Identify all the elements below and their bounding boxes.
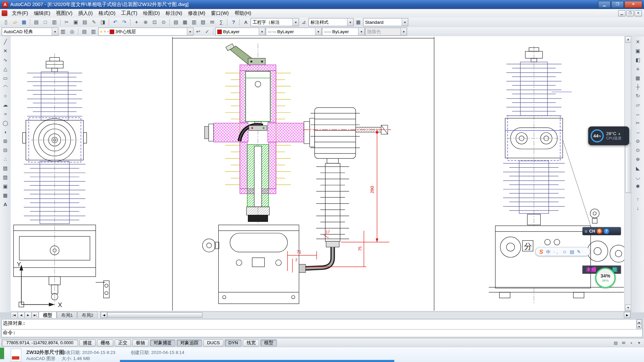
cut-icon[interactable]: ✂	[62, 18, 71, 26]
redo-icon[interactable]: ↷	[120, 18, 129, 26]
copy-icon[interactable]: ▣	[71, 18, 80, 26]
insert-block-icon[interactable]: ⊞	[1, 137, 10, 145]
status-menu-arrow-icon[interactable]: ▾	[636, 340, 643, 346]
properties-icon[interactable]: ▤	[172, 18, 180, 26]
annotation-scale-icon[interactable]: ▤	[612, 340, 619, 346]
text-style-combo[interactable]: 工程字（标注 ▼	[251, 18, 299, 26]
menu-format[interactable]: 格式(O)	[96, 9, 118, 17]
chevron-down-icon[interactable]: ▼	[292, 18, 299, 26]
layer-previous-icon[interactable]: ↩	[194, 27, 203, 36]
chevron-down-icon[interactable]: ▼	[259, 28, 265, 35]
ime-language-indicator[interactable]: CH	[589, 229, 595, 233]
child-minimize-button[interactable]: ▁	[618, 10, 626, 16]
polygon-icon[interactable]: △	[1, 64, 10, 73]
trim-icon[interactable]: ✂	[634, 119, 642, 127]
first-layout-button[interactable]: |◀	[11, 312, 18, 319]
zoom-window-icon[interactable]: ⊡	[150, 18, 159, 26]
toggle-grid[interactable]: 栅格	[97, 339, 113, 346]
chevron-down-icon[interactable]: ▼	[402, 18, 408, 26]
maximize-button[interactable]: ❐	[611, 1, 624, 8]
child-restore-button[interactable]: ❐	[626, 10, 634, 16]
workspace-save-icon[interactable]: ▥	[59, 27, 67, 36]
keyboard-icon[interactable]: ▤	[570, 249, 574, 254]
layer-states-icon[interactable]: ▥	[89, 27, 98, 36]
chinese-mode-icon[interactable]: 中	[546, 248, 550, 254]
scroll-up-icon[interactable]: ▲	[625, 36, 631, 43]
layer-combo[interactable]: ● ☀ ▪ 3中心线层 ▼	[98, 27, 194, 36]
toggle-ortho[interactable]: 正交	[115, 339, 131, 346]
extend-icon[interactable]: →	[634, 128, 642, 136]
gradient-icon[interactable]: ▧	[1, 173, 10, 182]
menu-dimension[interactable]: 标注(N)	[163, 9, 185, 17]
make-layer-current-icon[interactable]: ✓	[203, 27, 212, 36]
menu-tools[interactable]: 工具(T)	[118, 9, 140, 17]
vertical-scrollbar[interactable]: ▲ ▼	[624, 36, 631, 311]
publish-icon[interactable]: ▥	[50, 18, 59, 26]
markup-icon[interactable]: ✉	[208, 18, 217, 26]
table-style-combo[interactable]: Standard ▼	[363, 18, 408, 26]
tool-palettes-icon[interactable]: ▥	[190, 18, 199, 26]
help-icon[interactable]: ?	[229, 18, 238, 26]
close-button[interactable]: ✕	[624, 1, 642, 8]
chevron-down-icon[interactable]: ▼	[52, 28, 58, 35]
workspace-settings-icon[interactable]: ◎	[68, 27, 76, 36]
make-block-icon[interactable]: ⊟	[1, 146, 10, 155]
ellipse-arc-icon[interactable]: ◖	[1, 128, 10, 136]
circle-icon[interactable]: ○	[1, 92, 10, 100]
drawing-canvas[interactable]: Y X	[11, 36, 624, 311]
mirror-icon[interactable]: ◧	[634, 55, 642, 64]
command-prompt-line[interactable]: 命令:	[3, 329, 16, 336]
sogou-logo-icon[interactable]: S	[539, 248, 543, 255]
layer-on-bulb-icon[interactable]: ●	[100, 29, 103, 34]
zoom-previous-icon[interactable]: ⊙	[159, 18, 168, 26]
ellipse-icon[interactable]: ◯	[1, 119, 10, 127]
minimize-button[interactable]: ▁	[598, 1, 611, 8]
menu-window[interactable]: 窗口(W)	[208, 9, 231, 17]
cpu-monitor-widget[interactable]: 44% 28°C ▲ CPU温度	[588, 126, 629, 145]
horizontal-scrollbar[interactable]: ◀ ▶	[100, 311, 631, 318]
menu-file[interactable]: 文件(F)	[9, 9, 31, 17]
communication-center-icon[interactable]: ✉	[620, 340, 627, 346]
text-style-manager-icon[interactable]: A	[241, 18, 250, 26]
menu-insert[interactable]: 插入(I)	[75, 9, 95, 17]
block-editor-icon[interactable]: ◨	[99, 18, 107, 26]
stretch-icon[interactable]: ↔	[634, 110, 642, 118]
offset-icon[interactable]: ≡	[634, 64, 642, 73]
ime-language-bar[interactable]: ▦ CH S ?	[582, 227, 621, 235]
break-at-point-icon[interactable]: ⊘	[634, 137, 642, 145]
workspace-combo[interactable]: AutoCAD 经典 ▼	[2, 27, 58, 36]
sogou-icon[interactable]: S	[597, 228, 602, 234]
move-icon[interactable]: ┼	[634, 82, 642, 91]
toggle-osnap[interactable]: 对象捕捉	[150, 339, 175, 346]
quickcalc-icon[interactable]: ∑	[217, 18, 226, 26]
linetype-combo[interactable]: —·— ByLayer ▼	[266, 27, 322, 36]
table-icon[interactable]: ▦	[1, 191, 10, 199]
save-icon[interactable]: ▦	[20, 18, 29, 26]
draworder-front-icon[interactable]: ↑	[634, 194, 642, 203]
menu-draw[interactable]: 绘图(D)	[140, 9, 163, 17]
lineweight-combo[interactable]: —— ByLayer ▼	[322, 27, 365, 36]
paste-icon[interactable]: ▤	[80, 18, 89, 26]
zoom-realtime-icon[interactable]: ⊕	[141, 18, 150, 26]
layer-properties-icon[interactable]: ▤	[80, 27, 89, 36]
child-close-button[interactable]: ✕	[635, 10, 642, 16]
toggle-polar[interactable]: 极轴	[132, 339, 149, 346]
scroll-right-icon[interactable]: ▶	[624, 312, 631, 318]
command-window[interactable]: 选择对象: 命令: ▲ ▼	[0, 318, 644, 338]
horizontal-scroll-thumb[interactable]	[107, 312, 203, 318]
arc-icon[interactable]: ◠	[1, 82, 10, 91]
network-speed-widget[interactable]: 34% 0K/s	[595, 267, 615, 288]
construction-line-icon[interactable]: ✕	[1, 46, 10, 55]
punctuation-icon[interactable]: ·，	[553, 248, 559, 254]
chevron-down-icon[interactable]: ▼	[187, 28, 193, 35]
dwg-document-icon[interactable]	[2, 10, 7, 16]
next-layout-button[interactable]: ▶	[24, 312, 32, 319]
rectangle-icon[interactable]: ▭	[1, 73, 10, 82]
menu-edit[interactable]: 编辑(E)	[31, 9, 53, 17]
toggle-dyn[interactable]: DYN	[225, 339, 241, 346]
plot-icon[interactable]: ▤	[32, 18, 41, 26]
menu-view[interactable]: 视图(V)	[53, 9, 75, 17]
layer-freeze-sun-icon[interactable]: ☀	[103, 29, 107, 34]
copy-object-icon[interactable]: ▣	[634, 46, 642, 55]
ime-help-icon[interactable]: ?	[604, 228, 609, 234]
